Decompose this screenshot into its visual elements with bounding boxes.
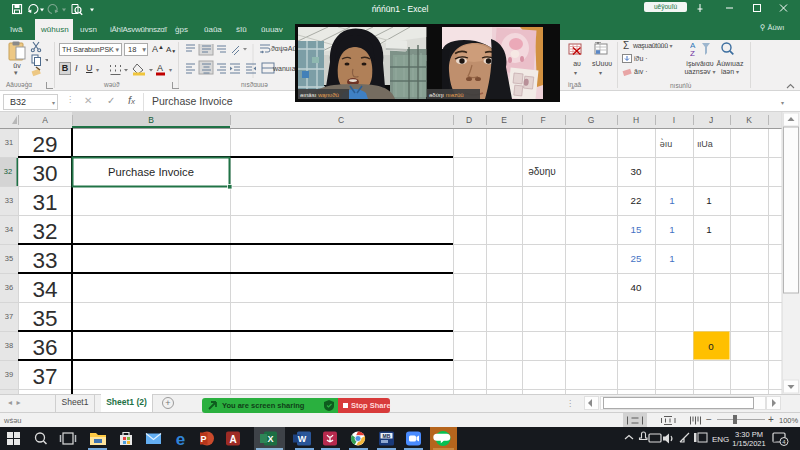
svg-text:25: 25 (631, 253, 642, 264)
svg-text:əδυηυ: əδυηυ (528, 166, 556, 177)
svg-text:K: K (746, 115, 752, 125)
svg-text:J: J (709, 115, 713, 125)
svg-text:MB: MB (383, 433, 391, 439)
svg-text:39: 39 (5, 370, 13, 379)
svg-text:31: 31 (5, 138, 13, 147)
svg-text:B: B (148, 115, 154, 125)
svg-text:37: 37 (32, 364, 57, 389)
svg-text:H: H (633, 115, 639, 125)
svg-text:1: 1 (706, 224, 711, 235)
svg-text:0: 0 (708, 341, 714, 352)
svg-text:ǝδύηı nıǝzūū: ǝδύηı nıǝzūū (429, 92, 464, 98)
svg-text:1/15/2021: 1/15/2021 (732, 439, 765, 448)
svg-text:A: A (42, 115, 48, 125)
svg-text:I: I (673, 115, 675, 125)
svg-text:22: 22 (631, 195, 642, 206)
svg-text:32: 32 (32, 219, 57, 244)
svg-text:29: 29 (32, 132, 57, 157)
svg-text:30: 30 (631, 166, 642, 177)
svg-text:G: G (588, 115, 595, 125)
svg-text:ə̀ıu: ə̀ıu (660, 138, 673, 149)
svg-text:Z: Z (690, 49, 695, 57)
svg-text:ENG: ENG (712, 435, 729, 444)
svg-text:1: 1 (669, 195, 674, 206)
svg-text:Purchase Invoice: Purchase Invoice (108, 166, 194, 178)
svg-text:32: 32 (4, 167, 12, 176)
svg-text:ǝınāsı wąnυϑū: ǝınāsı wąnυϑū (300, 92, 339, 98)
svg-text:15: 15 (631, 224, 642, 235)
svg-text:E: E (501, 115, 507, 125)
svg-text:33: 33 (5, 196, 13, 205)
svg-text:1: 1 (669, 224, 674, 235)
svg-text:34: 34 (32, 277, 57, 302)
svg-text:31: 31 (32, 190, 57, 215)
svg-text:40: 40 (631, 282, 642, 293)
svg-text:38: 38 (5, 341, 13, 350)
svg-text:36: 36 (5, 283, 13, 292)
svg-text:W: W (298, 434, 307, 444)
svg-text:35: 35 (32, 306, 57, 331)
svg-text:37: 37 (5, 312, 13, 321)
svg-text:X: X (267, 434, 273, 444)
svg-text:1: 1 (706, 195, 711, 206)
svg-text:36: 36 (32, 335, 57, 360)
svg-text:C: C (338, 115, 344, 125)
svg-text:A: A (229, 434, 236, 445)
svg-text:33: 33 (32, 248, 57, 273)
svg-text:F: F (540, 115, 545, 125)
svg-text:34: 34 (5, 225, 13, 234)
svg-text:P: P (200, 434, 206, 444)
svg-text:A: A (157, 63, 163, 73)
svg-text:1: 1 (669, 253, 674, 264)
svg-text:30: 30 (32, 161, 57, 186)
svg-text:D: D (466, 115, 472, 125)
svg-text:3:30 PM: 3:30 PM (735, 430, 763, 439)
svg-text:e: e (176, 430, 185, 449)
svg-text:ιιUa: ιιUa (697, 139, 713, 149)
svg-text:35: 35 (5, 254, 13, 263)
